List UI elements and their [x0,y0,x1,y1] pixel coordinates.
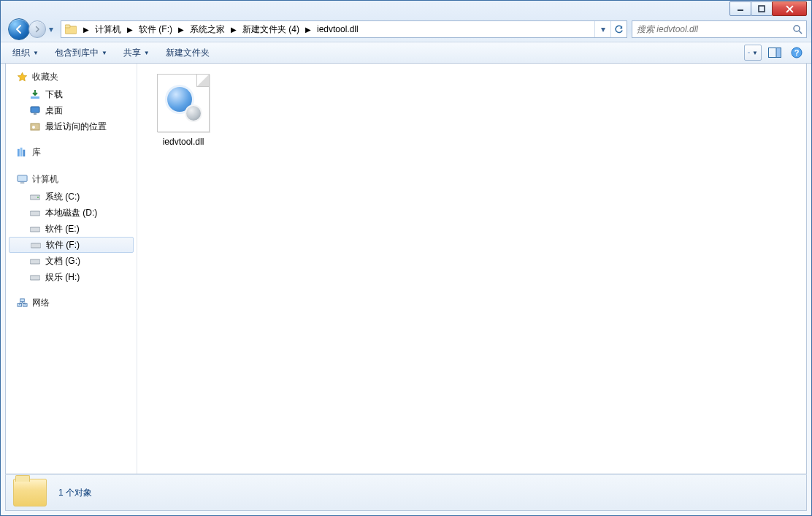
computer-header[interactable]: 计算机 [6,172,137,189]
svg-rect-29 [30,259,40,264]
network-header[interactable]: 网络 [6,295,137,312]
search-input[interactable] [635,23,792,35]
nav-buttons: ▾ [8,18,56,40]
breadcrumb-folder-1[interactable]: 系统之家 [187,21,228,37]
drive-icon [30,239,42,251]
sidebar-item-drive-g[interactable]: 文档 (G:) [6,253,137,269]
recent-icon [29,121,41,132]
chevron-right-icon[interactable]: ▶ [302,26,314,34]
drive-icon [29,255,41,267]
file-item[interactable]: iedvtool.dll [150,74,216,147]
svg-rect-14 [31,96,39,99]
chevron-down-icon: ▼ [144,50,150,56]
toolbar: 组织 ▼ 包含到库中 ▼ 共享 ▼ 新建文件夹 ▼ ? [1,42,811,64]
maximize-button[interactable] [751,1,773,16]
svg-rect-16 [34,113,37,115]
svg-rect-0 [738,10,743,11]
sidebar-item-drive-e[interactable]: 软件 (E:) [6,221,137,237]
libraries-header[interactable]: 库 [6,145,137,162]
svg-rect-26 [30,211,40,216]
svg-rect-30 [30,276,40,280]
search-box[interactable] [632,20,807,38]
new-folder-label: 新建文件夹 [166,47,210,59]
minimize-button[interactable] [729,1,751,16]
file-list[interactable]: iedvtool.dll [137,64,806,474]
svg-rect-8 [748,53,748,53]
chevron-down-icon: ▼ [33,50,39,56]
file-name: iedvtool.dll [150,137,216,147]
address-dropdown[interactable]: ▾ [594,21,610,37]
sidebar-item-label: 最近访问的位置 [45,121,107,133]
folder-icon [64,23,77,36]
sidebar-item-desktop[interactable]: 桌面 [6,102,137,118]
svg-rect-6 [748,52,748,53]
forward-button[interactable] [28,20,46,38]
sidebar-item-drive-d[interactable]: 本地磁盘 (D:) [6,205,137,221]
view-options-button[interactable]: ▼ [744,45,762,61]
drive-icon [29,191,41,202]
libraries-group: 库 [6,145,137,162]
details-pane: 1 个对象 [5,474,807,511]
refresh-button[interactable] [610,21,627,37]
svg-rect-27 [30,227,40,232]
drive-icon [29,271,41,283]
drive-icon [29,223,41,235]
chevron-right-icon[interactable]: ▶ [124,26,136,34]
include-in-library-menu[interactable]: 包含到库中 ▼ [49,44,113,62]
chevron-right-icon[interactable]: ▶ [228,26,240,34]
computer-label: 计算机 [32,173,58,186]
chevron-down-icon: ▼ [752,50,758,56]
breadcrumb-computer[interactable]: 计算机 [92,21,124,37]
svg-rect-23 [20,182,24,183]
desktop-icon [29,105,41,116]
folder-icon [13,479,47,506]
new-folder-button[interactable]: 新建文件夹 [160,44,215,62]
window-controls [730,1,807,16]
svg-rect-21 [23,150,25,156]
svg-rect-33 [20,299,24,302]
computer-icon [16,174,28,186]
organize-menu[interactable]: 组织 ▼ [7,44,45,62]
svg-rect-11 [776,48,781,58]
sidebar-item-recent[interactable]: 最近访问的位置 [6,118,137,134]
breadcrumb-folder-2[interactable]: 新建文件夹 (4) [240,21,302,37]
chevron-down-icon: ▼ [102,50,107,56]
network-label: 网络 [32,297,50,309]
breadcrumb-current[interactable]: iedvtool.dll [314,21,361,37]
computer-group: 计算机 系统 (C:) 本地磁盘 (D:) 软件 (E:) 软件 (F:) [6,172,137,285]
back-button[interactable] [8,18,30,40]
favorites-group: 收藏夹 下载 桌面 最 [6,69,137,134]
help-button[interactable]: ? [788,45,805,61]
search-icon[interactable] [792,23,803,35]
svg-rect-17 [31,124,39,130]
close-button[interactable] [772,1,807,16]
preview-pane-button[interactable] [766,45,784,61]
svg-rect-22 [17,175,26,181]
svg-point-25 [37,197,39,198]
sidebar-item-drive-c[interactable]: 系统 (C:) [6,189,137,205]
favorites-header[interactable]: 收藏夹 [6,69,137,86]
network-group: 网络 [6,295,137,312]
navigation-pane[interactable]: 收藏夹 下载 桌面 最 [6,64,137,474]
address-bar[interactable]: ▶ 计算机 ▶ 软件 (F:) ▶ 系统之家 ▶ 新建文件夹 (4) ▶ ied… [61,20,627,38]
sidebar-item-label: 软件 (F:) [46,239,80,251]
breadcrumb-drive[interactable]: 软件 (F:) [136,21,175,37]
explorer-window: ▾ ▶ 计算机 ▶ 软件 (F:) ▶ 系统之家 ▶ 新建文件夹 (4) ▶ i… [0,0,812,516]
share-label: 共享 [123,47,141,59]
body-area: 收藏夹 下载 桌面 最 [5,64,807,474]
nav-history-dropdown[interactable]: ▾ [46,22,56,37]
svg-rect-1 [759,6,765,12]
chevron-right-icon[interactable]: ▶ [80,26,92,34]
chevron-right-icon[interactable]: ▶ [175,26,187,34]
sidebar-item-downloads[interactable]: 下载 [6,86,137,102]
sidebar-item-label: 下载 [45,88,63,101]
libraries-label: 库 [32,146,41,159]
share-menu[interactable]: 共享 ▼ [118,44,156,62]
sidebar-item-drive-f[interactable]: 软件 (F:) [9,237,134,253]
sidebar-item-drive-h[interactable]: 娱乐 (H:) [6,269,137,285]
dll-file-icon [157,74,210,132]
svg-text:?: ? [794,48,800,57]
sidebar-item-label: 桌面 [45,105,63,117]
drive-icon [29,207,41,219]
titlebar [1,1,811,17]
